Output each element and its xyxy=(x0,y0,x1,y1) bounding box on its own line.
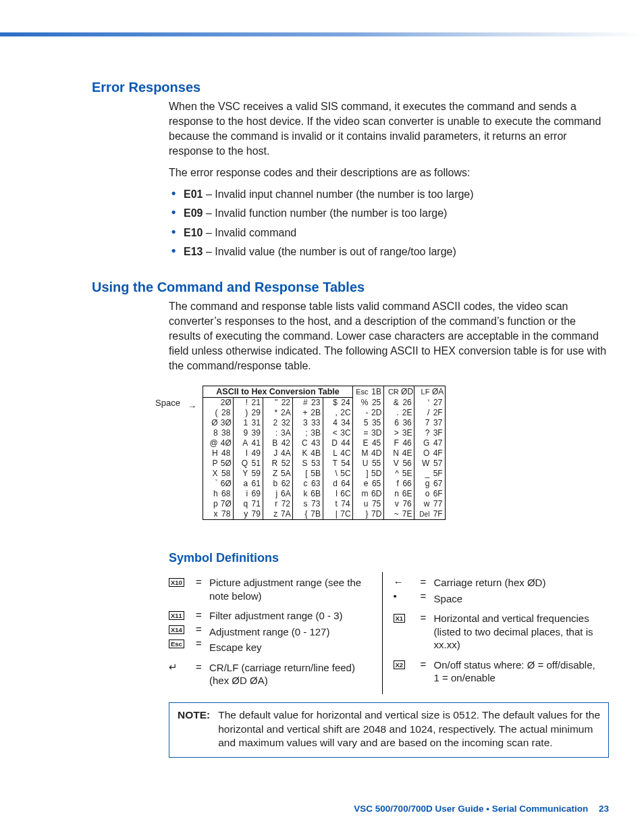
error-item: E09 – Invalid function number (the numbe… xyxy=(169,206,609,221)
header-gradient xyxy=(0,32,644,36)
ascii-hex-table: ASCII to Hex Conversion TableEsc1BCRØDLF… xyxy=(203,386,446,520)
ascii-hex-table-wrap: Space → ASCII to Hex Conversion TableEsc… xyxy=(203,386,446,520)
error-item: E01 – Invalid input channel number (the … xyxy=(169,187,609,202)
symbol-row: X10=Picture adjustment range (see the no… xyxy=(169,576,377,602)
error-list: E01 – Invalid input channel number (the … xyxy=(169,187,609,259)
symbol-row: ←•==Carriage return (hex ØD)Space xyxy=(394,576,603,605)
heading-error-responses: Error Responses xyxy=(92,80,609,95)
footer-title: VSC 500/700/700D User Guide • Serial Com… xyxy=(354,804,588,814)
note-label: NOTE: xyxy=(178,708,210,751)
error-intro: When the VSC receives a valid SIS comman… xyxy=(169,99,609,159)
heading-using-tables: Using the Command and Response Tables xyxy=(92,280,609,295)
arrow-right-icon: → xyxy=(188,401,196,411)
note-text: The default value for horizontal and ver… xyxy=(218,708,600,751)
heading-symbol-definitions: Symbol Definitions xyxy=(169,551,609,565)
symbol-row: ↵=CR/LF (carriage return/line feed) (hex… xyxy=(169,661,377,687)
tables-intro: The command and response table lists val… xyxy=(169,299,609,373)
error-lead: The error response codes and their descr… xyxy=(169,165,609,180)
error-item: E13 – Invalid value (the number is out o… xyxy=(169,244,609,259)
page-footer: VSC 500/700/700D User Guide • Serial Com… xyxy=(354,804,609,814)
footer-page: 23 xyxy=(599,804,609,814)
error-item: E10 – Invalid command xyxy=(169,226,609,240)
symbol-row: X11X14Esc===Filter adjustment range (0 -… xyxy=(169,609,377,654)
space-label: Space xyxy=(155,398,180,408)
symbol-definitions: X10=Picture adjustment range (see the no… xyxy=(169,572,609,694)
symbol-row: X1=Horizontal and vertical frequencies (… xyxy=(394,612,603,652)
note-box: NOTE: The default value for horizontal a… xyxy=(169,702,609,758)
symbol-row: X2=On/off status where: Ø = off/disable,… xyxy=(394,658,603,685)
